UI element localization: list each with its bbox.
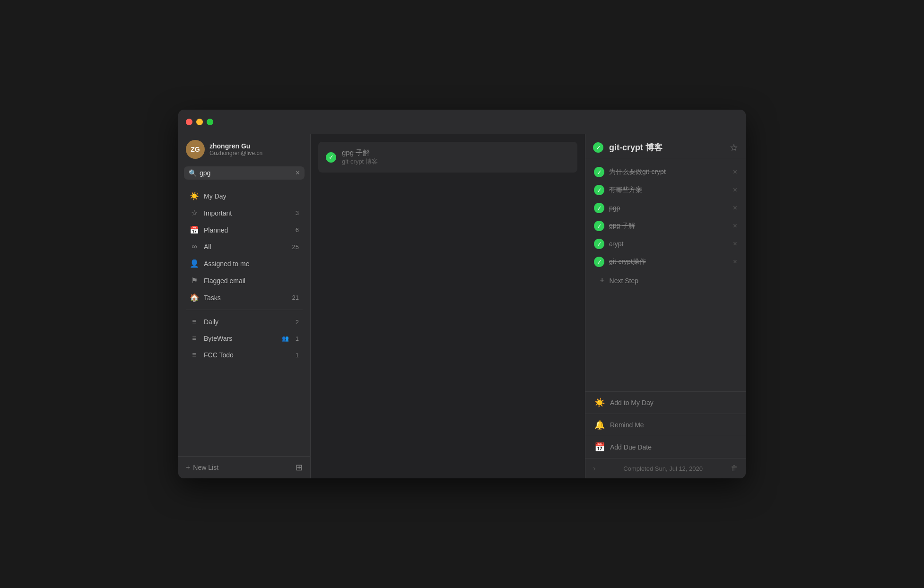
clear-search-button[interactable]: × bbox=[296, 169, 300, 177]
nav-label: My Day bbox=[204, 192, 299, 200]
search-box[interactable]: 🔍 × bbox=[184, 166, 305, 180]
sidebar-item-tasks[interactable]: 🏠 Tasks 21 bbox=[182, 289, 306, 306]
user-section: ZG zhongren Gu Guzhongren@live.cn bbox=[178, 134, 310, 166]
remind-me-action[interactable]: 🔔 Remind Me bbox=[585, 414, 746, 436]
nav-label: Important bbox=[204, 209, 291, 217]
subtask-item[interactable]: ✓ crypt × bbox=[591, 235, 740, 253]
app-window: ZG zhongren Gu Guzhongren@live.cn 🔍 × ☀️… bbox=[178, 110, 746, 478]
action-label: Add to My Day bbox=[610, 399, 654, 406]
infinity-icon: ∞ bbox=[190, 242, 199, 251]
subtask-item[interactable]: ✓ pgp × bbox=[591, 199, 740, 217]
add-due-date-action[interactable]: 📅 Add Due Date bbox=[585, 436, 746, 458]
star-icon: ☆ bbox=[190, 208, 199, 217]
add-step-label: Next Step bbox=[610, 277, 638, 285]
close-button[interactable] bbox=[186, 119, 192, 125]
sidebar-item-fcc-todo[interactable]: ≡ FCC Todo 1 bbox=[182, 347, 306, 363]
subtask-check[interactable]: ✓ bbox=[594, 257, 604, 267]
task-item[interactable]: ✓ gpg 子解 git-crypt 博客 bbox=[318, 142, 577, 173]
subtask-item[interactable]: ✓ 为什么要做git-crypt × bbox=[591, 163, 740, 181]
task-check[interactable]: ✓ bbox=[326, 152, 336, 163]
person-icon: 👤 bbox=[190, 259, 199, 268]
user-info: zhongren Gu Guzhongren@live.cn bbox=[209, 142, 262, 156]
nav-section: ☀️ My Day ☆ Important 3 📅 Planned 6 ∞ Al… bbox=[178, 185, 310, 456]
delete-task-button[interactable]: 🗑 bbox=[731, 464, 738, 473]
nav-count: 1 bbox=[296, 352, 299, 359]
list-icon: ≡ bbox=[190, 318, 199, 326]
avatar: ZG bbox=[186, 140, 205, 159]
shared-icon: 👥 bbox=[282, 335, 289, 342]
subtask-check[interactable]: ✓ bbox=[594, 221, 604, 231]
star-button[interactable]: ☆ bbox=[730, 142, 738, 153]
traffic-lights bbox=[186, 119, 213, 125]
subtask-check[interactable]: ✓ bbox=[594, 203, 604, 213]
sun-icon: ☀️ bbox=[594, 398, 605, 408]
detail-panel: ✓ git-crypt 博客 ☆ ✓ 为什么要做git-crypt × ✓ bbox=[585, 134, 746, 478]
list-icon: ≡ bbox=[190, 351, 199, 359]
nav-label: All bbox=[204, 243, 288, 251]
sidebar-item-planned[interactable]: 📅 Planned 6 bbox=[182, 222, 306, 238]
list-icon: ≡ bbox=[190, 334, 199, 343]
delete-subtask-button[interactable]: × bbox=[733, 168, 737, 176]
main-content: ✓ gpg 子解 git-crypt 博客 bbox=[311, 134, 585, 478]
sidebar-item-important[interactable]: ☆ Important 3 bbox=[182, 205, 306, 221]
subtask-text: 为什么要做git-crypt bbox=[609, 168, 728, 176]
sidebar-item-my-day[interactable]: ☀️ My Day bbox=[182, 188, 306, 204]
nav-count: 21 bbox=[292, 294, 299, 301]
checkmark-icon: ✓ bbox=[597, 223, 602, 230]
subtask-check[interactable]: ✓ bbox=[594, 185, 604, 195]
subtask-check[interactable]: ✓ bbox=[594, 167, 604, 177]
subtask-item[interactable]: ✓ git-crypt操作 × bbox=[591, 253, 740, 271]
action-label: Remind Me bbox=[610, 421, 644, 429]
nav-count: 25 bbox=[292, 243, 299, 251]
nav-count: 1 bbox=[296, 335, 299, 342]
nav-count: 2 bbox=[296, 319, 299, 326]
checkmark-icon: ✓ bbox=[597, 241, 602, 248]
sidebar-item-flagged[interactable]: ⚑ Flagged email bbox=[182, 272, 306, 289]
calendar-icon: 📅 bbox=[190, 225, 199, 234]
checkmark-icon: ✓ bbox=[597, 169, 602, 176]
flag-icon: ⚑ bbox=[190, 276, 199, 285]
detail-title: git-crypt 博客 bbox=[609, 142, 724, 153]
sidebar-item-assigned[interactable]: 👤 Assigned to me bbox=[182, 255, 306, 272]
sidebar-item-daily[interactable]: ≡ Daily 2 bbox=[182, 314, 306, 330]
sidebar-item-bytewars[interactable]: ≡ ByteWars 👥 1 bbox=[182, 330, 306, 346]
new-list-button[interactable]: + New List bbox=[186, 463, 218, 472]
delete-subtask-button[interactable]: × bbox=[733, 186, 737, 194]
chevron-right-icon[interactable]: › bbox=[593, 464, 595, 473]
delete-subtask-button[interactable]: × bbox=[733, 240, 737, 248]
add-step-row[interactable]: + Next Step bbox=[591, 271, 740, 290]
nav-label: Flagged email bbox=[204, 277, 299, 285]
sidebar-bottom: + New List ⊞ bbox=[178, 456, 310, 478]
checkmark-icon: ✓ bbox=[329, 154, 334, 161]
delete-subtask-button[interactable]: × bbox=[733, 258, 737, 266]
nav-label: Tasks bbox=[204, 294, 288, 302]
nav-label: Planned bbox=[204, 226, 291, 234]
minimize-button[interactable] bbox=[196, 119, 203, 125]
checkmark-icon: ✓ bbox=[596, 144, 601, 151]
delete-subtask-button[interactable]: × bbox=[733, 204, 737, 212]
task-text-group: gpg 子解 git-crypt 博客 bbox=[342, 148, 378, 166]
maximize-button[interactable] bbox=[207, 119, 213, 125]
nav-count: 3 bbox=[296, 209, 299, 216]
add-to-my-day-action[interactable]: ☀️ Add to My Day bbox=[585, 391, 746, 414]
divider bbox=[186, 310, 303, 310]
nav-label: FCC Todo bbox=[204, 351, 291, 359]
detail-complete-button[interactable]: ✓ bbox=[593, 142, 603, 153]
add-list-icon[interactable]: ⊞ bbox=[296, 462, 303, 473]
sun-icon: ☀️ bbox=[190, 191, 199, 200]
nav-label: ByteWars bbox=[204, 335, 277, 342]
subtask-check[interactable]: ✓ bbox=[594, 239, 604, 249]
subtask-item[interactable]: ✓ gpg 子解 × bbox=[591, 217, 740, 235]
completed-date: Completed Sun, Jul 12, 2020 bbox=[623, 465, 703, 472]
checkmark-icon: ✓ bbox=[597, 205, 602, 212]
delete-subtask-button[interactable]: × bbox=[733, 222, 737, 230]
checkmark-icon: ✓ bbox=[597, 187, 602, 194]
content-area: ZG zhongren Gu Guzhongren@live.cn 🔍 × ☀️… bbox=[178, 134, 746, 478]
subtask-list: ✓ 为什么要做git-crypt × ✓ 有哪些方案 × ✓ pgp bbox=[585, 159, 746, 391]
sidebar-item-all[interactable]: ∞ All 25 bbox=[182, 239, 306, 255]
subtask-text: crypt bbox=[609, 240, 728, 248]
subtask-item[interactable]: ✓ 有哪些方案 × bbox=[591, 181, 740, 199]
search-input[interactable] bbox=[200, 169, 293, 177]
nav-label: Daily bbox=[204, 318, 291, 326]
titlebar bbox=[178, 110, 746, 134]
